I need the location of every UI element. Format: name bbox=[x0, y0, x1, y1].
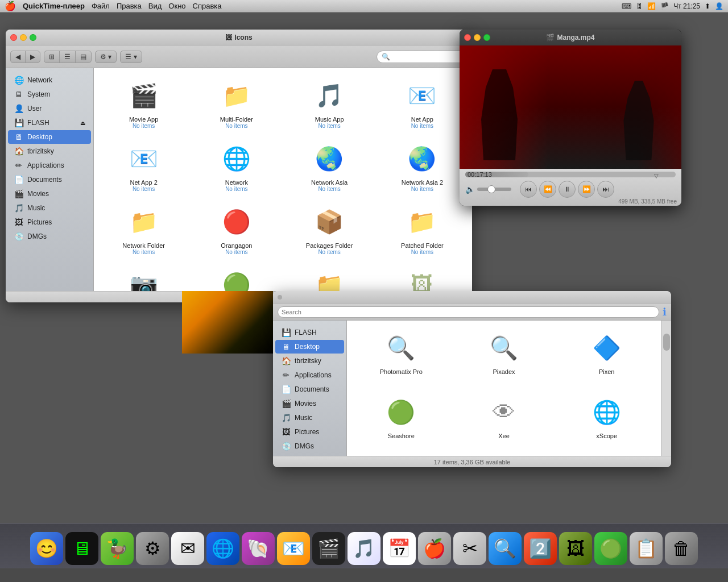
dock-item-vectorize[interactable]: 🟢 bbox=[594, 532, 627, 566]
icon-item-projects-folder[interactable]: 📁 Projects Folder No items bbox=[286, 263, 374, 291]
icon-item-projects-badge[interactable]: 🟢 Projects Badge No items bbox=[192, 263, 280, 291]
search-box[interactable]: 🔍 bbox=[377, 51, 468, 63]
menu-file[interactable]: Файл bbox=[92, 2, 110, 10]
icon-item2-photomatix-pro[interactable]: 🔍 Photomatix Pro . bbox=[353, 326, 450, 385]
dock-item-x11[interactable]: 🐚 bbox=[242, 532, 275, 566]
dock-item-imgbrowser[interactable]: 🖼 bbox=[559, 532, 592, 566]
sidebar2-label-documents: Documents bbox=[295, 385, 329, 393]
finder-second-info-icon[interactable]: ℹ bbox=[663, 306, 667, 318]
dock-item-terminal[interactable]: 🖥 bbox=[65, 532, 98, 566]
dock-item-email[interactable]: 📧 bbox=[277, 532, 310, 566]
sidebar-item-user[interactable]: 👤 User bbox=[8, 102, 91, 115]
dock-item-2do[interactable]: 2️⃣ bbox=[524, 532, 557, 566]
sidebar-item-applications[interactable]: ✏ Applications bbox=[8, 159, 91, 172]
icon-item2-pixen[interactable]: 🔷 Pixen . bbox=[558, 326, 655, 385]
dock-item-itunes[interactable]: 🎵 bbox=[348, 532, 380, 566]
sidebar2-item-pictures[interactable]: 🖼 Pictures bbox=[275, 425, 344, 439]
sidebar-item-desktop[interactable]: 🖥 Desktop bbox=[8, 130, 91, 144]
prev-button[interactable]: ⏮ bbox=[520, 181, 537, 198]
dock-item-ftp[interactable]: 📋 bbox=[630, 532, 663, 566]
icon-item-music-app[interactable]: 🎵 Music App No items bbox=[286, 74, 374, 132]
action-button[interactable]: ⚙ ▾ bbox=[96, 51, 116, 63]
dock-item-adium[interactable]: 🦆 bbox=[101, 532, 134, 566]
dock-item-silverlock[interactable]: ⚙ bbox=[136, 532, 169, 566]
fast-forward-button[interactable]: ⏩ bbox=[578, 181, 595, 198]
icon-item-raster-app[interactable]: 🖼 Raster App No items bbox=[378, 263, 466, 291]
column-view-button[interactable]: ▤ bbox=[76, 51, 91, 63]
qt-maximize-button[interactable] bbox=[483, 34, 490, 41]
menu-view[interactable]: Вид bbox=[148, 2, 162, 10]
sidebar-item-tbrizitsky[interactable]: 🏠 tbrizitsky bbox=[8, 144, 91, 158]
dock-item-mail[interactable]: ✉ bbox=[171, 532, 204, 566]
icon-item-network[interactable]: 🌐 Network No items bbox=[192, 137, 280, 196]
dock-item-finder[interactable]: 😊 bbox=[30, 532, 63, 566]
icon-item2-seashore[interactable]: 🟢 Seashore . bbox=[353, 390, 450, 449]
menu-edit[interactable]: Правка bbox=[117, 2, 142, 10]
close-button[interactable] bbox=[10, 34, 17, 41]
icon-item-photo-app[interactable]: 📷 Photo App No items bbox=[100, 263, 188, 291]
app-name[interactable]: QuickTime-плеер bbox=[23, 2, 85, 10]
sidebar2-item-dmgs[interactable]: 💿 DMGs bbox=[275, 439, 344, 453]
sidebar-item-system[interactable]: 🖥 System bbox=[8, 88, 91, 101]
dock-item-ical[interactable]: 📅 bbox=[383, 532, 416, 566]
volume-slider[interactable] bbox=[477, 188, 511, 191]
maximize-button[interactable] bbox=[30, 34, 36, 41]
icon-item-movie-app[interactable]: 🎬 Movie App No items bbox=[100, 74, 188, 132]
qt-minimize-button[interactable] bbox=[474, 34, 481, 41]
apple-menu[interactable]: 🍎 bbox=[5, 1, 16, 11]
pause-button[interactable]: ⏸ bbox=[559, 181, 576, 198]
icon-item2-xee[interactable]: 👁 Xee . bbox=[456, 390, 553, 449]
dock-item-network[interactable]: 🌐 bbox=[206, 532, 239, 566]
dock-item-claquette[interactable]: 🎬 bbox=[312, 532, 345, 566]
icon-sub: . bbox=[606, 439, 607, 446]
list-view-button[interactable]: ☰ bbox=[60, 51, 76, 63]
finder-second-search-input[interactable] bbox=[278, 306, 659, 318]
icon-item-orangagon[interactable]: 🔴 Orangagon No items bbox=[192, 200, 280, 259]
sidebar-item-pictures[interactable]: 🖼 Pictures bbox=[8, 215, 91, 229]
sidebar-item-movies[interactable]: 🎬 Movies bbox=[8, 187, 91, 201]
sidebar2-item-flash[interactable]: 💾 FLASH bbox=[275, 326, 344, 339]
sidebar2-item-tbrizitsky[interactable]: 🏠 tbrizitsky bbox=[275, 354, 344, 368]
icon-image: 📷 bbox=[126, 267, 162, 291]
sort-button[interactable]: ☰ ▾ bbox=[121, 51, 141, 63]
menu-window[interactable]: Окно bbox=[168, 2, 185, 10]
icon-item-network-asia-2[interactable]: 🌏 Network Asia 2 No items bbox=[378, 137, 466, 196]
menu-help[interactable]: Справка bbox=[193, 2, 222, 10]
eject-icon[interactable]: ⏏ bbox=[80, 120, 85, 126]
dock-item-scissors[interactable]: ✂ bbox=[453, 532, 486, 566]
sidebar-item-music[interactable]: 🎵 Music bbox=[8, 201, 91, 215]
icon-item-network-folder[interactable]: 📁 Network Folder No items bbox=[100, 200, 188, 259]
sidebar-item-flash[interactable]: 💾 FLASH ⏏ bbox=[8, 116, 91, 130]
sidebar2-item-movies[interactable]: 🎬 Movies bbox=[275, 397, 344, 410]
icon-item-packages-folder[interactable]: 📦 Packages Folder No items bbox=[286, 200, 374, 259]
sidebar2-item-applications[interactable]: ✏ Applications bbox=[275, 368, 344, 382]
dock-item-apple[interactable]: 🍎 bbox=[418, 532, 451, 566]
qt-progress-bar[interactable]: 00:17:13 ▽ bbox=[465, 172, 676, 177]
sidebar2-item-documents[interactable]: 📄 Documents bbox=[275, 383, 344, 396]
icon-item-multi-folder[interactable]: 📁 Multi-Folder No items bbox=[192, 74, 280, 132]
rewind-button[interactable]: ⏪ bbox=[539, 181, 556, 198]
icon-item-network-asia[interactable]: 🌏 Network Asia No items bbox=[286, 137, 374, 196]
icon-item2-xscope[interactable]: 🌐 xScope . bbox=[558, 390, 655, 449]
dock-item-speedtools[interactable]: 🔍 bbox=[489, 532, 522, 566]
sidebar-item-documents[interactable]: 📄 Documents bbox=[8, 173, 91, 186]
sidebar-item-dmgs[interactable]: 💿 DMGs bbox=[8, 230, 91, 243]
dock-item-trash[interactable]: 🗑 bbox=[665, 532, 698, 566]
quicktime-video[interactable] bbox=[460, 45, 681, 169]
sidebar2-item-desktop[interactable]: 🖥 Desktop bbox=[275, 340, 344, 354]
icon-item-net-app-2[interactable]: 📧 Net App 2 No items bbox=[100, 137, 188, 196]
icon-item2-pixadex[interactable]: 🔍 Pixadex . bbox=[456, 326, 553, 385]
icon-sub: No items bbox=[133, 186, 155, 192]
icon-item-net-app[interactable]: 📧 Net App No items bbox=[378, 74, 466, 132]
icon-image: 📧 bbox=[126, 140, 162, 177]
sidebar-item-network[interactable]: 🌐 Network bbox=[8, 73, 91, 87]
finder-second-scrollbar[interactable] bbox=[661, 321, 671, 456]
icon-item-patched-folder[interactable]: 📁 Patched Folder No items bbox=[378, 200, 466, 259]
next-button[interactable]: ⏭ bbox=[597, 181, 614, 198]
minimize-button[interactable] bbox=[20, 34, 27, 41]
back-button[interactable]: ◀ bbox=[11, 51, 26, 63]
forward-button[interactable]: ▶ bbox=[26, 51, 40, 63]
qt-close-button[interactable] bbox=[464, 34, 471, 41]
sidebar2-item-music[interactable]: 🎵 Music bbox=[275, 411, 344, 425]
icon-view-button[interactable]: ⊞ bbox=[44, 51, 60, 63]
